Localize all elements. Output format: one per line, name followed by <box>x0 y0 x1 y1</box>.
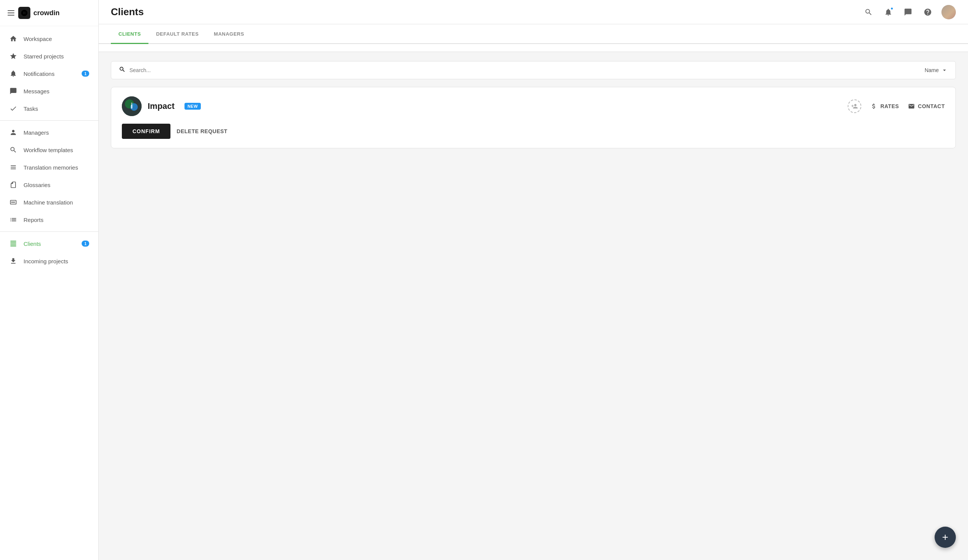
client-card: i Impact NEW RATES C <box>111 87 956 148</box>
rates-button[interactable]: RATES <box>870 103 899 110</box>
chat-icon <box>9 87 17 95</box>
sidebar-label-workspace: Workspace <box>23 36 52 42</box>
sidebar-item-reports[interactable]: Reports <box>0 211 98 228</box>
sidebar-label-machine: Machine translation <box>23 199 73 206</box>
confirm-button[interactable]: CONFIRM <box>122 124 171 139</box>
sidebar-label-tasks: Tasks <box>23 106 38 112</box>
reports-icon <box>9 215 17 224</box>
workflow-icon <box>9 146 17 154</box>
logo-container: crowdin <box>18 7 60 19</box>
sidebar-header: crowdin <box>0 0 98 26</box>
contact-button[interactable]: CONTACT <box>908 103 945 110</box>
messages-button[interactable] <box>902 6 914 18</box>
glossary-icon <box>9 181 17 189</box>
clients-badge: 1 <box>81 241 89 247</box>
tasks-icon <box>9 104 17 113</box>
header-actions <box>862 5 956 19</box>
client-card-top: i Impact NEW RATES C <box>122 96 945 116</box>
sidebar-item-clients[interactable]: Clients 1 <box>0 235 98 252</box>
bell-icon <box>9 69 17 78</box>
star-icon <box>9 52 17 60</box>
search-icon <box>119 66 126 74</box>
help-button[interactable] <box>922 6 934 18</box>
clients-icon <box>9 240 17 248</box>
sidebar-item-incoming[interactable]: Incoming projects <box>0 252 98 270</box>
content-area: Name i Impact <box>99 52 968 560</box>
sidebar-label-notifications: Notifications <box>23 71 55 77</box>
sidebar-item-workspace[interactable]: Workspace <box>0 30 98 48</box>
sidebar-label-workflow: Workflow templates <box>23 147 73 153</box>
notification-dot <box>890 7 893 10</box>
top-header: Clients <box>99 0 968 24</box>
person-icon <box>9 128 17 137</box>
add-fab-button[interactable]: + <box>935 527 956 548</box>
client-actions: RATES CONTACT <box>848 99 945 113</box>
sidebar-item-messages[interactable]: Messages <box>0 83 98 100</box>
client-new-badge: NEW <box>184 103 201 110</box>
sort-label: Name <box>925 67 939 73</box>
notification-button[interactable] <box>882 6 894 18</box>
sidebar-label-translation: Translation memories <box>23 164 78 171</box>
client-info: i Impact NEW <box>122 96 201 116</box>
sidebar-item-tasks[interactable]: Tasks <box>0 100 98 117</box>
incoming-icon <box>9 257 17 265</box>
user-avatar[interactable] <box>941 5 956 19</box>
sidebar-nav: Workspace Starred projects Notifications… <box>0 26 98 560</box>
sidebar-item-translation[interactable]: Translation memories <box>0 159 98 176</box>
client-avatar: i <box>122 96 142 116</box>
logo-icon <box>18 7 30 19</box>
sidebar-item-workflow[interactable]: Workflow templates <box>0 141 98 159</box>
tabs: CLIENTS DEFAULT RATES MANAGERS <box>99 24 968 44</box>
sidebar-label-clients: Clients <box>23 241 41 247</box>
sidebar-label-glossaries: Glossaries <box>23 182 50 188</box>
search-button[interactable] <box>862 6 875 18</box>
client-card-bottom: CONFIRM DELETE REQUEST <box>122 124 945 139</box>
tabs-bar: CLIENTS DEFAULT RATES MANAGERS <box>99 24 968 52</box>
home-icon <box>9 35 17 43</box>
sidebar-item-starred[interactable]: Starred projects <box>0 48 98 65</box>
sidebar: crowdin Workspace Starred projects Notif… <box>0 0 99 560</box>
hamburger-icon[interactable] <box>8 10 15 16</box>
contact-label: CONTACT <box>918 103 945 109</box>
sidebar-item-machine[interactable]: Machine translation <box>0 193 98 211</box>
sidebar-item-managers[interactable]: Managers <box>0 124 98 141</box>
add-user-button[interactable] <box>848 99 861 113</box>
machine-icon <box>9 198 17 206</box>
sort-control[interactable]: Name <box>925 67 948 74</box>
sidebar-label-reports: Reports <box>23 216 44 223</box>
search-input[interactable] <box>129 67 925 73</box>
translation-icon <box>9 163 17 172</box>
sidebar-label-incoming: Incoming projects <box>23 258 68 264</box>
sidebar-item-notifications[interactable]: Notifications 1 <box>0 65 98 83</box>
sidebar-label-messages: Messages <box>23 88 49 94</box>
search-container <box>119 66 925 74</box>
notifications-badge: 1 <box>81 71 89 77</box>
app-name: crowdin <box>33 9 60 17</box>
main-content: Clients CLIENTS DEFAULT RATES MAN <box>99 0 968 560</box>
tab-managers[interactable]: MANAGERS <box>206 24 252 44</box>
tab-clients[interactable]: CLIENTS <box>111 24 148 44</box>
client-name: Impact <box>148 101 175 111</box>
rates-label: RATES <box>880 103 899 109</box>
page-title: Clients <box>111 6 144 18</box>
svg-text:i: i <box>131 102 133 110</box>
sidebar-item-glossaries[interactable]: Glossaries <box>0 176 98 193</box>
tab-default-rates[interactable]: DEFAULT RATES <box>148 24 206 44</box>
sidebar-label-managers: Managers <box>23 129 49 136</box>
delete-request-button[interactable]: DELETE REQUEST <box>177 128 227 134</box>
fab-icon: + <box>942 531 948 543</box>
sidebar-label-starred: Starred projects <box>23 53 64 59</box>
